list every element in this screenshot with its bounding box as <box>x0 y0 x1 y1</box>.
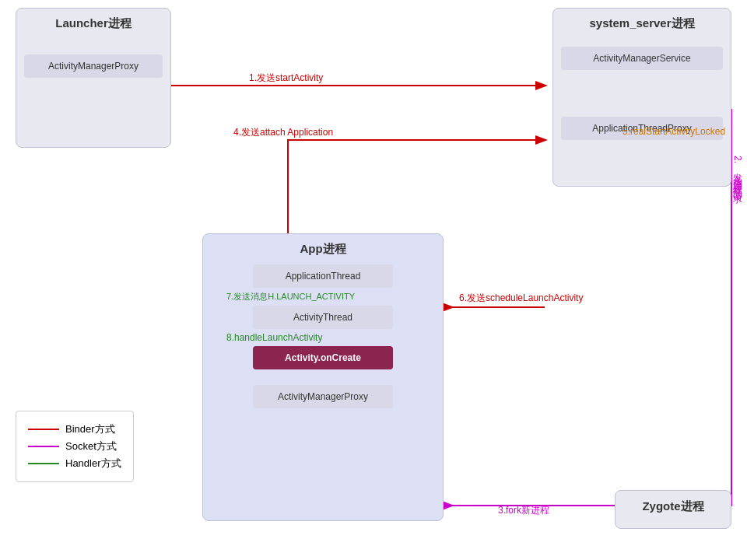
handler-line <box>28 463 59 464</box>
socket-label: Socket方式 <box>65 439 117 453</box>
system-server-process-box: system_server进程 ActivityManagerService A… <box>552 8 731 187</box>
zygote-process-box: Zygote进程 <box>615 490 731 529</box>
legend-binder: Binder方式 <box>28 422 121 436</box>
activity-manager-proxy-launcher: ActivityManagerProxy <box>24 54 163 78</box>
application-thread: ApplicationThread <box>253 264 393 288</box>
launcher-process-label: Launcher进程 <box>24 16 163 31</box>
binder-line <box>28 429 59 430</box>
step2-label: 2. 发 送 创 建 进 程 的 请 求 <box>731 156 743 187</box>
legend-handler: Handler方式 <box>28 457 121 471</box>
step7-label: 7.发送消息H.LAUNCH_ACTIVITY <box>226 291 435 303</box>
activity-manager-service: ActivityManagerService <box>561 47 723 70</box>
diagram-container: Launcher进程 ActivityManagerProxy system_s… <box>0 0 747 560</box>
socket-line <box>28 446 59 447</box>
activity-oncreate: Activity.onCreate <box>253 346 393 369</box>
zygote-process-label: Zygote进程 <box>642 499 703 514</box>
app-process-label: App进程 <box>211 242 435 257</box>
launcher-process-box: Launcher进程 ActivityManagerProxy <box>16 8 171 148</box>
activity-manager-proxy-app: ActivityManagerProxy <box>253 385 393 408</box>
binder-label: Binder方式 <box>65 422 115 436</box>
app-process-box: App进程 ApplicationThread 7.发送消息H.LAUNCH_A… <box>202 233 444 521</box>
system-server-process-label: system_server进程 <box>561 16 723 31</box>
step6-label: 6.发送scheduleLaunchActivity <box>459 292 583 305</box>
step8-label: 8.handleLaunchActivity <box>226 332 435 343</box>
step4-label: 4.发送attach Application <box>233 126 333 139</box>
step1-label: 1.发送startActivity <box>249 72 323 85</box>
handler-label: Handler方式 <box>65 457 121 471</box>
step3-label: 3.fork新进程 <box>498 504 549 517</box>
step5-label: 5.realStartActivityLocked <box>622 126 725 137</box>
legend-box: Binder方式 Socket方式 Handler方式 <box>16 411 134 482</box>
activity-thread: ActivityThread <box>253 306 393 329</box>
legend-socket: Socket方式 <box>28 439 121 453</box>
